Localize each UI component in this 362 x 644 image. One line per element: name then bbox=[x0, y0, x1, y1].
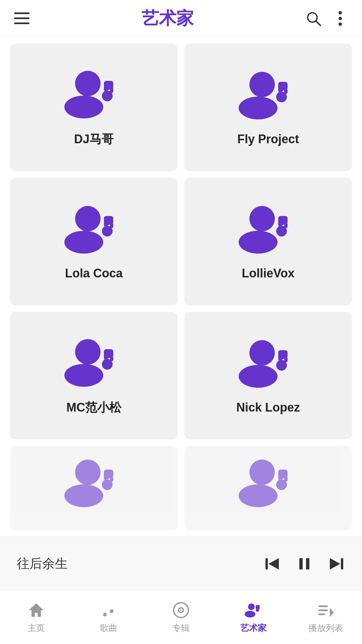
svg-rect-42 bbox=[110, 476, 113, 482]
pause-button[interactable] bbox=[295, 554, 313, 573]
svg-rect-1 bbox=[14, 17, 29, 19]
svg-marker-53 bbox=[330, 558, 340, 570]
artist-card-lollievox[interactable]: LollieVox bbox=[184, 178, 352, 305]
svg-point-6 bbox=[339, 17, 342, 20]
nav-label-home: 主页 bbox=[27, 622, 45, 634]
svg-rect-37 bbox=[284, 357, 288, 362]
svg-rect-41 bbox=[104, 479, 107, 485]
player-controls bbox=[263, 554, 345, 573]
svg-rect-2 bbox=[14, 22, 29, 24]
svg-point-39 bbox=[64, 484, 103, 507]
nav-item-songs[interactable]: 歌曲 bbox=[72, 601, 145, 634]
svg-point-13 bbox=[249, 72, 275, 97]
nav-label-songs: 歌曲 bbox=[100, 622, 117, 634]
home-icon bbox=[27, 601, 46, 620]
nav-item-albums[interactable]: 专辑 bbox=[145, 601, 217, 634]
artist-name: Lola Coca bbox=[65, 266, 123, 280]
svg-rect-61 bbox=[256, 608, 257, 610]
artist-card-partial-2[interactable] bbox=[184, 446, 352, 530]
now-playing-title: 往后余生 bbox=[17, 555, 68, 572]
svg-rect-16 bbox=[278, 92, 282, 97]
nav-label-playlist: 播放列表 bbox=[308, 622, 343, 634]
svg-rect-26 bbox=[278, 226, 282, 231]
svg-rect-65 bbox=[318, 613, 325, 615]
svg-point-38 bbox=[75, 460, 101, 485]
svg-point-43 bbox=[249, 460, 275, 485]
svg-marker-66 bbox=[330, 608, 334, 617]
artist-icon bbox=[64, 203, 124, 256]
header: 艺术家 bbox=[0, 0, 362, 37]
artist-icon bbox=[238, 337, 298, 390]
svg-rect-32 bbox=[110, 356, 113, 361]
svg-rect-27 bbox=[284, 223, 288, 228]
svg-marker-54 bbox=[29, 603, 44, 617]
svg-point-29 bbox=[64, 364, 103, 387]
svg-point-8 bbox=[75, 71, 101, 96]
svg-rect-11 bbox=[104, 91, 107, 96]
more-icon[interactable] bbox=[332, 10, 349, 27]
artist-name: Fly Project bbox=[237, 132, 299, 146]
artist-card-nick-lopez[interactable]: Nick Lopez bbox=[184, 312, 352, 439]
svg-rect-48 bbox=[265, 558, 268, 570]
svg-point-34 bbox=[239, 365, 278, 388]
svg-rect-63 bbox=[318, 605, 328, 607]
artist-card-lola-coca[interactable]: Lola Coca bbox=[10, 178, 178, 305]
artist-icon bbox=[64, 67, 124, 121]
next-button[interactable] bbox=[327, 554, 345, 573]
svg-point-33 bbox=[249, 340, 275, 366]
bottom-nav: 主页 歌曲 专辑 bbox=[0, 590, 362, 644]
svg-rect-31 bbox=[104, 359, 107, 364]
playlist-icon bbox=[317, 601, 335, 620]
nav-label-artists: 艺术家 bbox=[240, 622, 266, 634]
artist-nav-icon bbox=[244, 601, 263, 620]
svg-rect-12 bbox=[110, 88, 113, 93]
svg-rect-22 bbox=[110, 223, 113, 228]
svg-rect-51 bbox=[306, 558, 309, 570]
now-playing-bar: 往后余生 bbox=[0, 537, 362, 590]
nav-item-artists[interactable]: 艺术家 bbox=[217, 601, 290, 634]
music-note-icon bbox=[100, 601, 118, 620]
svg-point-14 bbox=[239, 97, 278, 119]
artist-name: Nick Lopez bbox=[236, 400, 300, 415]
nav-item-home[interactable]: 主页 bbox=[0, 601, 72, 634]
svg-point-19 bbox=[64, 231, 103, 254]
artist-card-dj-mage[interactable]: DJ马哥 bbox=[10, 44, 178, 171]
svg-rect-46 bbox=[278, 479, 282, 485]
artist-card-mc-fan[interactable]: MC范小松 bbox=[10, 312, 178, 439]
artist-icon bbox=[238, 68, 298, 122]
album-icon bbox=[172, 601, 190, 620]
svg-point-58 bbox=[248, 603, 255, 610]
svg-point-59 bbox=[245, 611, 255, 618]
svg-rect-17 bbox=[284, 89, 288, 94]
svg-line-4 bbox=[316, 21, 320, 25]
nav-label-albums: 专辑 bbox=[172, 622, 190, 634]
svg-point-5 bbox=[339, 11, 342, 14]
svg-rect-50 bbox=[299, 558, 303, 570]
svg-point-7 bbox=[339, 22, 342, 26]
menu-icon[interactable] bbox=[13, 10, 30, 27]
svg-rect-0 bbox=[14, 12, 29, 14]
svg-point-28 bbox=[75, 339, 101, 365]
artist-icon bbox=[238, 203, 298, 256]
artist-icon bbox=[238, 456, 298, 510]
svg-rect-21 bbox=[104, 226, 107, 231]
svg-rect-52 bbox=[341, 558, 343, 570]
artist-icon bbox=[64, 456, 124, 510]
svg-rect-62 bbox=[258, 607, 260, 609]
artist-name: MC范小松 bbox=[66, 399, 121, 416]
search-icon[interactable] bbox=[305, 10, 322, 27]
artist-icon bbox=[64, 336, 124, 389]
svg-rect-64 bbox=[318, 609, 328, 611]
artist-card-partial-1[interactable] bbox=[10, 446, 178, 530]
nav-item-playlist[interactable]: 播放列表 bbox=[290, 601, 362, 634]
svg-point-18 bbox=[75, 206, 101, 231]
svg-point-23 bbox=[249, 206, 275, 231]
svg-point-57 bbox=[180, 609, 182, 611]
svg-marker-49 bbox=[268, 558, 279, 570]
artist-name: DJ马哥 bbox=[74, 131, 114, 148]
svg-point-9 bbox=[64, 96, 103, 118]
previous-button[interactable] bbox=[263, 554, 282, 573]
artist-card-fly-project[interactable]: Fly Project bbox=[184, 44, 352, 171]
artist-name: LollieVox bbox=[242, 266, 294, 280]
svg-point-24 bbox=[239, 231, 278, 254]
